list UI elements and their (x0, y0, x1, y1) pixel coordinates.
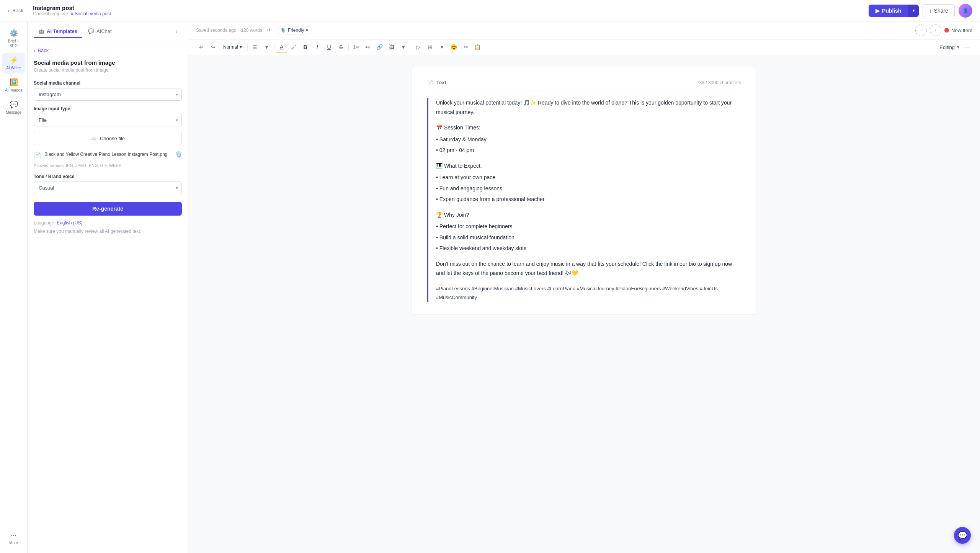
more-label: More (9, 541, 18, 545)
publish-label: Publish (882, 8, 902, 14)
panel-content: ‹ Back Social media post from image Crea… (28, 41, 188, 553)
language-label-text: Language: (34, 220, 56, 226)
new-item-label: New Item (951, 28, 972, 33)
ai-images-icon: 🖼️ (10, 78, 18, 87)
template-link[interactable]: # Social media post (71, 11, 111, 16)
emoji-btn[interactable]: 😊 (449, 42, 459, 52)
sidebar: ⚙️ Brief + SEO ⚡ AI Writer 🖼️ AI Images … (0, 21, 28, 553)
style-label: Normal (223, 44, 238, 50)
more-options-btn[interactable]: ⋯ (962, 42, 972, 52)
channel-select[interactable]: Instagram (34, 88, 182, 101)
ai-images-label: AI Images (5, 88, 22, 93)
upload-icon: ☁️ (91, 136, 97, 141)
join-item-2: • Flexible weekend and weekday slots (436, 244, 741, 253)
expect-item-1: • Fun and engaging lessons (436, 184, 741, 193)
doc-content[interactable]: Unlock your musical potential today! 🎵✨ … (436, 98, 741, 302)
panel-back-btn[interactable]: ‹ Back (34, 47, 182, 53)
subtitle-text: Content template: (33, 11, 69, 16)
variable-btn[interactable]: ▷ (413, 42, 424, 52)
align-left-btn[interactable]: ☰ (250, 42, 260, 52)
image-chevron-btn[interactable]: ▾ (398, 42, 409, 52)
tone-form-group: Tone / Brand voice Casual ▾ (34, 174, 182, 194)
microphone-icon: 🎙️ (280, 28, 286, 33)
ordered-list-btn[interactable]: 1≡ (351, 42, 361, 52)
editing-badge-area: Editing ▾ ⋯ (939, 42, 972, 52)
avatar-placeholder-2[interactable]: + (930, 25, 941, 36)
share-button[interactable]: ↑ Share (923, 4, 955, 17)
session-item-0: • Saturday & Monday (436, 135, 741, 144)
language-line: Language: English (US) (34, 220, 182, 226)
file-name: Black and Yellow Creative Piano Lesson I… (44, 151, 172, 158)
redo-btn[interactable]: ↪ (208, 42, 219, 52)
style-select[interactable]: Normal ▾ (220, 43, 245, 51)
toolbar-divider-2 (274, 44, 274, 51)
sidebar-item-ai-images[interactable]: 🖼️ AI Images (2, 75, 25, 96)
image-input-select[interactable]: File (34, 114, 182, 126)
file-delete-icon[interactable]: 🗑️ (175, 151, 182, 157)
expect-item-0: • Learn at your own pace (436, 173, 741, 182)
cut-btn[interactable]: ✂ (461, 42, 471, 52)
paste-btn[interactable]: 📋 (472, 42, 483, 52)
editor-right-controls: + + New Item (915, 25, 972, 36)
sidebar-item-message[interactable]: 💬 Message (2, 97, 25, 118)
doc-title-section: Instagram post Content template: # Socia… (33, 5, 111, 16)
eye-icon-btn[interactable]: 👁 (267, 27, 272, 33)
publish-button[interactable]: ▶ Publish (869, 5, 908, 17)
publish-caret-button[interactable]: ▾ (908, 5, 919, 17)
template-title: Social media post from image (34, 59, 182, 66)
ai-templates-tab-label: AI Templates (47, 28, 77, 34)
topbar-divider (28, 6, 28, 15)
tab-ai-chat[interactable]: 💬 AIChat (83, 25, 116, 37)
regen-button[interactable]: Re-generate (34, 202, 182, 216)
channel-form-group: Social media channel Instagram ▾ (34, 80, 182, 101)
bold-btn[interactable]: B (300, 42, 311, 52)
choose-file-label: Choose file (100, 136, 125, 141)
highlight-btn[interactable]: 🖊 (288, 42, 299, 52)
ai-templates-tab-icon: 🤖 (38, 28, 44, 34)
session-item-1: • 02 pm - 04 pm (436, 146, 741, 155)
image-btn[interactable]: 🖼 (386, 42, 397, 52)
avatar-placeholder-1[interactable]: + (915, 25, 927, 36)
italic-btn[interactable]: I (312, 42, 323, 52)
image-input-form-group: Image input type File ▾ (34, 106, 182, 126)
voice-badge[interactable]: 🎙️ Friendly ▾ (277, 26, 312, 34)
join-item-0: • Perfect for complete beginners (436, 222, 741, 231)
tone-select[interactable]: Casual (34, 182, 182, 194)
avatar[interactable]: 👤 (959, 4, 972, 18)
editor-document[interactable]: 📄 Text 738 / 3000 characters Unlock your… (412, 67, 756, 314)
message-label: Message (6, 110, 21, 115)
saved-status: Saved seconds ago (196, 28, 236, 33)
table-chevron-btn[interactable]: ▾ (437, 42, 448, 52)
unordered-list-btn[interactable]: •≡ (363, 42, 373, 52)
back-nav-btn[interactable]: ‹ Back (8, 8, 23, 13)
sidebar-item-ai-writer[interactable]: ⚡ AI Writer (2, 53, 25, 74)
undo-btn[interactable]: ↩ (196, 42, 207, 52)
sidebar-item-brief-seo[interactable]: ⚙️ Brief + SEO (2, 26, 25, 51)
editor-area: 📄 Text 738 / 3000 characters Unlock your… (188, 55, 980, 553)
floating-chat-btn[interactable]: 💬 (954, 527, 971, 544)
doc-title: Instagram post (33, 5, 111, 11)
language-value[interactable]: English (US) (57, 220, 82, 226)
link-btn[interactable]: 🔗 (374, 42, 385, 52)
cta-paragraph: Don't miss out on the chance to learn an… (436, 259, 741, 278)
tab-ai-templates[interactable]: 🤖 AI Templates (34, 25, 82, 38)
back-arrow-icon: ‹ (8, 8, 9, 13)
align-chevron-btn[interactable]: ▾ (261, 42, 272, 52)
underline-btn[interactable]: A (276, 42, 287, 52)
choose-file-button[interactable]: ☁️ Choose file (34, 132, 182, 145)
more-icon: ··· (11, 531, 16, 539)
underline2-btn[interactable]: U (324, 42, 335, 52)
toolbar-divider-4 (411, 44, 411, 51)
table-btn[interactable]: ⊞ (425, 42, 436, 52)
style-chevron-icon: ▾ (240, 44, 242, 50)
strikethrough-btn[interactable]: S (336, 42, 346, 52)
sidebar-item-more[interactable]: ··· More (2, 528, 25, 548)
join-item-1: • Build a solid musical foundation (436, 233, 741, 242)
new-item-btn[interactable]: New Item (944, 28, 972, 33)
word-count: 128 words (241, 28, 262, 33)
image-input-select-wrapper: File ▾ (34, 114, 182, 126)
ai-chat-tab-label: AIChat (96, 28, 112, 34)
panel-collapse-btn[interactable]: ‹ (171, 26, 182, 37)
ai-chat-tab-icon: 💬 (88, 28, 94, 34)
channel-label: Social media channel (34, 80, 182, 86)
